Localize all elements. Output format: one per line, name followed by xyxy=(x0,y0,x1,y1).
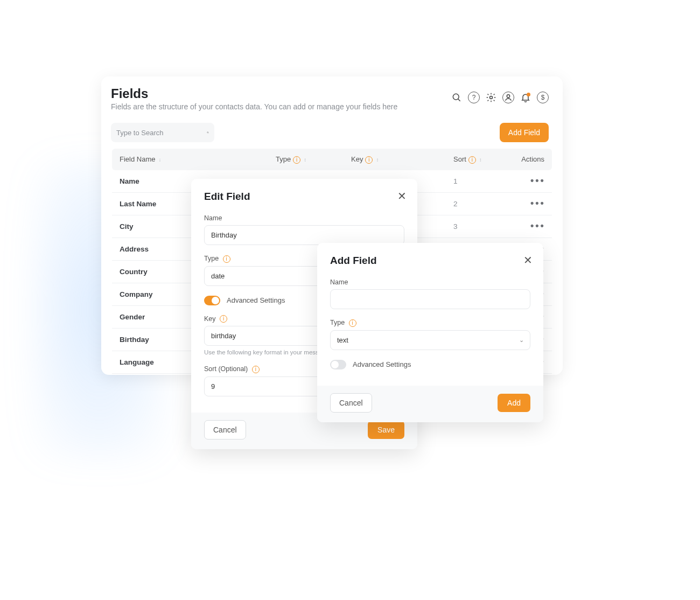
page-subtitle: Fields are the structure of your contact… xyxy=(111,102,397,111)
svg-line-5 xyxy=(208,133,209,134)
add-modal-body: Add Field ✕ Name Type i ⌄ Advanced Setti… xyxy=(317,243,543,376)
edit-key-label-text: Key xyxy=(204,315,216,323)
edit-type-label-text: Type xyxy=(204,255,219,262)
sort-arrow-icon: ↕ xyxy=(304,157,306,163)
col-actions-label: Actions xyxy=(521,155,544,163)
edit-cancel-button[interactable]: Cancel xyxy=(204,420,246,439)
close-icon[interactable]: ✕ xyxy=(523,254,533,267)
edit-name-label: Name xyxy=(204,214,404,222)
row-actions xyxy=(513,200,544,208)
row-actions xyxy=(513,222,544,231)
col-key[interactable]: Keyi↕ xyxy=(351,155,453,164)
titles: Fields Fields are the structure of your … xyxy=(111,86,397,111)
col-sort-label: Sort xyxy=(453,155,466,163)
svg-point-2 xyxy=(490,96,493,99)
col-type-label: Type xyxy=(276,155,291,163)
edit-sort-label-text: Sort (Optional) xyxy=(204,365,248,373)
sort-arrow-icon: ↓ xyxy=(158,157,161,163)
sort-arrow-icon: ↕ xyxy=(479,157,482,163)
table-header: Field Name↓ Typei↕ Keyi↕ Sorti↕ Actions xyxy=(112,149,552,170)
add-type-label-text: Type xyxy=(330,319,345,326)
toggle-knob xyxy=(212,297,219,304)
add-type-select-wrap: ⌄ xyxy=(330,330,530,350)
edit-name-input[interactable] xyxy=(204,225,404,245)
col-type[interactable]: Typei↕ xyxy=(276,155,351,164)
svg-point-4 xyxy=(207,132,208,133)
info-icon: i xyxy=(293,156,300,164)
info-icon: i xyxy=(349,319,356,327)
svg-point-3 xyxy=(507,95,509,97)
svg-line-1 xyxy=(458,99,460,101)
info-icon: i xyxy=(365,156,373,164)
info-icon: i xyxy=(468,156,476,164)
page-title: Fields xyxy=(111,86,397,101)
edit-save-button[interactable]: Save xyxy=(368,421,404,439)
bell-icon[interactable] xyxy=(520,92,531,103)
add-modal-title: Add Field xyxy=(330,255,530,267)
add-name-input[interactable] xyxy=(330,289,530,309)
search-box[interactable] xyxy=(111,123,214,142)
row-sort: 3 xyxy=(453,222,513,231)
col-field-name-label: Field Name xyxy=(120,155,155,163)
gear-icon[interactable] xyxy=(485,92,497,103)
col-field-name[interactable]: Field Name↓ xyxy=(120,155,276,163)
add-advanced-row: Advanced Settings xyxy=(330,360,530,369)
info-icon: i xyxy=(220,315,227,323)
sort-arrow-icon: ↕ xyxy=(376,157,379,163)
help-icon[interactable]: ? xyxy=(468,92,480,103)
edit-modal-title: Edit Field xyxy=(204,191,404,203)
edit-advanced-label: Advanced Settings xyxy=(227,296,285,304)
search-icon[interactable] xyxy=(451,92,463,103)
toggle-knob xyxy=(331,361,339,368)
add-cancel-button[interactable]: Cancel xyxy=(330,393,372,413)
edit-advanced-toggle[interactable] xyxy=(204,296,220,305)
col-sort[interactable]: Sorti↕ xyxy=(453,155,513,164)
row-actions xyxy=(513,177,544,185)
add-name-label: Name xyxy=(330,278,530,286)
col-key-label: Key xyxy=(351,155,363,163)
search-input[interactable] xyxy=(116,129,207,137)
col-actions: Actions xyxy=(513,155,544,163)
user-icon[interactable] xyxy=(502,92,514,103)
add-field-modal: Add Field ✕ Name Type i ⌄ Advanced Setti… xyxy=(317,243,543,422)
currency-icon[interactable]: $ xyxy=(537,92,549,103)
add-submit-button[interactable]: Add xyxy=(498,394,530,412)
notification-dot xyxy=(527,93,530,96)
add-type-label: Type i xyxy=(330,319,530,327)
search-icon xyxy=(207,128,209,137)
add-type-select[interactable] xyxy=(330,330,530,350)
row-sort: 1 xyxy=(453,177,513,185)
add-modal-footer: Cancel Add xyxy=(317,386,543,422)
header-icons: ? $ xyxy=(451,92,549,103)
info-icon: i xyxy=(252,366,260,373)
row-sort: 2 xyxy=(453,200,513,208)
svg-point-0 xyxy=(453,94,459,100)
close-icon[interactable]: ✕ xyxy=(397,190,407,203)
info-icon: i xyxy=(223,255,230,263)
add-advanced-toggle[interactable] xyxy=(330,360,346,369)
add-advanced-label: Advanced Settings xyxy=(353,360,411,368)
add-field-button[interactable]: Add Field xyxy=(500,123,549,142)
panel-header: Fields Fields are the structure of your … xyxy=(101,76,563,116)
toolbar: Add Field xyxy=(101,116,563,149)
